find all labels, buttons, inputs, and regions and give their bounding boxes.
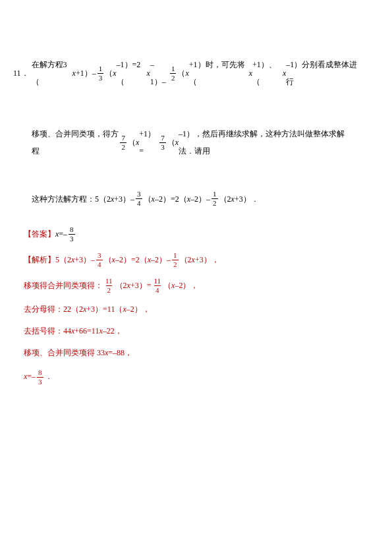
text: –2）– (190, 190, 210, 208)
text: +1）– (76, 65, 96, 82)
text: –2）=2（ (155, 190, 187, 208)
analysis-line-4: 去括号得：44 x +66=11 x –22， (24, 325, 360, 337)
answer-label: 【答案】 (24, 228, 55, 241)
text: +3）– (114, 190, 134, 208)
text: （2 (180, 254, 192, 266)
numerator: 7 (159, 134, 166, 142)
problem-line-2: 移项、合并同类项，得方程 7 2 （ x +1）= 7 3 （ x –1），然后… (13, 125, 360, 160)
text: （ (128, 134, 136, 151)
numerator: 8 (37, 369, 43, 377)
text: （ (105, 65, 113, 82)
spacer (13, 91, 360, 125)
text: （2 (219, 190, 231, 208)
denominator: 2 (170, 73, 177, 82)
problem-line-1: 11． 在解方程3（ x +1）– 1 3 （ x –1）=2（ x –1）– … (13, 56, 360, 91)
text: （ (163, 279, 171, 292)
fraction: 7 3 (159, 134, 166, 151)
text: –2）， (175, 279, 198, 292)
text: –2）=2（ (115, 254, 148, 266)
text: –1）分别看成整体进行 (286, 56, 360, 91)
text: 去括号得：44 (24, 325, 71, 337)
denominator: 2 (172, 260, 179, 268)
analysis-line-1: 【解析】 5（2 x +3）– 3 4 （ x –2）=2（ x –2）– 1 … (24, 252, 360, 268)
analysis-line-6: x =– 8 3 ． (24, 369, 360, 386)
text: 5（2 (55, 254, 71, 266)
fraction: 7 2 (120, 134, 126, 151)
fraction: 1 2 (172, 252, 179, 268)
problem-line-3: 这种方法解方程：5（2 x +3）– 3 4 （ x –2）=2（ x –2）–… (13, 190, 360, 208)
analysis-line-2: 移项得合并同类项得： 11 2 （2 x +3）= 11 4 （ x –2）， (24, 278, 360, 294)
text: ． (45, 370, 53, 383)
denominator: 3 (98, 73, 104, 82)
fraction: 3 4 (96, 252, 103, 268)
denominator: 2 (211, 198, 218, 207)
denominator: 3 (159, 142, 166, 151)
numerator: 11 (152, 278, 162, 285)
analysis-label: 【解析】 (24, 254, 55, 266)
text: +1）时，可先将（ (189, 56, 249, 91)
answer-line: 【答案】 x =– 8 3 (24, 226, 360, 243)
fraction: 11 2 (104, 278, 114, 294)
text: 这种方法解方程：5（2 (32, 190, 111, 208)
denominator: 4 (154, 285, 161, 294)
text: +3）= (130, 279, 152, 292)
denominator: 2 (106, 285, 113, 294)
denominator: 2 (120, 142, 126, 151)
text: （ (167, 134, 175, 151)
answer-block: 【答案】 x =– 8 3 【解析】 5（2 x +3）– 3 4 （ x –2… (24, 226, 360, 386)
numerator: 1 (211, 190, 218, 198)
text: （ (104, 254, 112, 266)
text: 移项、合并同类项得 33 (24, 347, 105, 359)
fraction: 8 3 (69, 226, 75, 243)
numerator: 11 (104, 278, 114, 285)
analysis-line-5: 移项、合并同类项得 33 x =–88， (24, 347, 360, 359)
spacer (13, 160, 360, 190)
text: +3）， (195, 254, 219, 266)
fraction: 1 2 (170, 65, 177, 82)
text: =–88， (108, 347, 132, 359)
numerator: 3 (136, 190, 142, 198)
fraction: 3 4 (136, 190, 142, 207)
problem-number: 11． (13, 65, 29, 82)
numerator: 1 (170, 65, 177, 73)
denominator: 3 (37, 377, 43, 386)
text: =– (27, 370, 36, 383)
fraction: 1 3 (98, 65, 104, 82)
text: 移项得合并同类项得： (24, 279, 103, 292)
text: 移项、合并同类项，得方程 (32, 125, 119, 160)
fraction: 1 2 (211, 190, 218, 207)
text: –1）=2（ (117, 56, 147, 91)
denominator: 4 (96, 260, 103, 268)
text: +66=11 (74, 325, 99, 337)
numerator: 1 (172, 252, 179, 260)
text: +3）– (74, 254, 95, 266)
text: 去分母得：22（2 (24, 303, 83, 316)
numerator: 1 (98, 65, 104, 73)
text: （2 (115, 279, 127, 292)
denominator: 3 (69, 234, 75, 243)
analysis-line-3: 去分母得：22（2 x +3）=11（ x –2）， (24, 303, 360, 316)
fraction: 11 4 (152, 278, 162, 294)
text: +1）、（ (252, 56, 283, 91)
numerator: 3 (96, 252, 103, 260)
numerator: 7 (120, 134, 126, 142)
denominator: 4 (136, 198, 142, 207)
numerator: 8 (69, 226, 75, 234)
text: +3）． (235, 190, 259, 208)
text: –22， (103, 325, 123, 337)
fraction: 8 3 (37, 369, 43, 386)
text: –1）– (150, 56, 169, 91)
text: 在解方程3（ (32, 56, 72, 91)
text: –2）– (151, 254, 171, 266)
text: （ (144, 190, 152, 208)
text: （ (177, 65, 185, 82)
text: –2）， (126, 303, 150, 316)
text: +3）=11（ (86, 303, 123, 316)
text: =– (59, 228, 67, 241)
text: –1），然后再继续求解，这种方法叫做整体求解法．请用 (179, 125, 360, 160)
text: +1）= (139, 125, 158, 160)
